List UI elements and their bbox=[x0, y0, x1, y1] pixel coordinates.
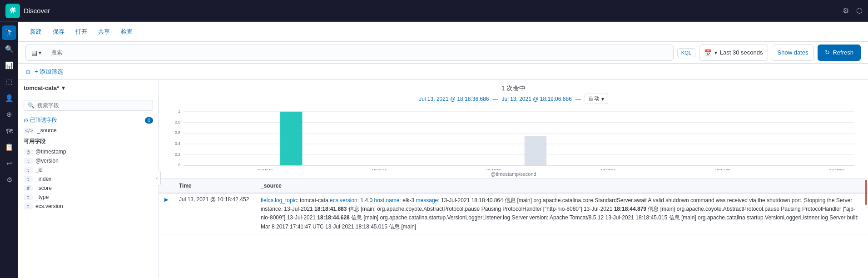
svg-text:18:18:55: 18:18:55 bbox=[600, 168, 616, 170]
svg-text:18:18:45: 18:18:45 bbox=[372, 168, 387, 170]
open-button[interactable]: 打开 bbox=[71, 26, 92, 38]
filter-icon[interactable]: ⊙ bbox=[25, 68, 31, 75]
inspect-button[interactable]: 检查 bbox=[116, 26, 137, 38]
results-table: Time _source ▶ Jul 13 bbox=[159, 179, 868, 234]
selected-fields-toggle[interactable]: ⊙ 已筛选字段 bbox=[24, 116, 57, 124]
nav-logs[interactable]: 📋 bbox=[2, 140, 16, 154]
svg-text:18:18:40: 18:18:40 bbox=[257, 168, 273, 170]
search-bar: ▤ ▾ KQL 📅 ▾ Last 30 seconds Show dates ↻… bbox=[18, 42, 868, 64]
toolbar: 新建 保存 打开 共享 检查 bbox=[18, 22, 868, 42]
nav-visualize[interactable]: 📊 bbox=[2, 58, 16, 73]
sidebar-header: tomcat-cata* ▾ bbox=[18, 80, 159, 96]
svg-text:0.8: 0.8 bbox=[175, 119, 180, 124]
app-logo: 弹 bbox=[5, 4, 20, 18]
show-dates-button[interactable]: Show dates bbox=[772, 45, 814, 61]
save-button[interactable]: 保存 bbox=[48, 26, 69, 38]
top-bar-icons: ⚙ ⬡ bbox=[843, 6, 863, 15]
refresh-button[interactable]: ↻ Refresh bbox=[818, 45, 861, 61]
histogram-chart: 1 0.8 0.6 0.4 0.2 0 bbox=[168, 107, 859, 170]
col-expand bbox=[159, 179, 174, 193]
nav-integrations[interactable]: ⊕ bbox=[2, 107, 16, 122]
search-container: ▤ ▾ bbox=[25, 45, 674, 61]
nav-maps[interactable]: 🗺 bbox=[2, 124, 16, 138]
search-divider bbox=[47, 48, 47, 57]
svg-text:0.6: 0.6 bbox=[175, 130, 180, 135]
share-icon[interactable]: ⬡ bbox=[856, 6, 863, 15]
content-area: 1 次命中 Jul 13, 2021 @ 18:18:36.686 — Jul … bbox=[159, 80, 868, 278]
row-expand-cell: ▶ bbox=[159, 193, 174, 234]
selected-fields-count: 0 bbox=[145, 117, 153, 124]
new-button[interactable]: 新建 bbox=[25, 26, 46, 38]
add-filter-button[interactable]: + 添加筛选 bbox=[35, 68, 63, 76]
svg-text:18:19:05: 18:19:05 bbox=[829, 168, 845, 170]
svg-text:1: 1 bbox=[178, 109, 180, 114]
index-selector[interactable]: ▤ ▾ bbox=[30, 48, 43, 57]
field-score[interactable]: # _score bbox=[18, 184, 159, 193]
svg-text:18:18:50: 18:18:50 bbox=[486, 168, 501, 170]
field-type[interactable]: t _type bbox=[18, 193, 159, 202]
field-index[interactable]: t _index bbox=[18, 174, 159, 184]
selected-fields-section: ⊙ 已筛选字段 0 bbox=[18, 114, 159, 126]
field-timestamp[interactable]: @ @timestamp bbox=[18, 147, 159, 156]
share-button[interactable]: 共享 bbox=[94, 26, 114, 38]
scroll-indicator bbox=[865, 180, 867, 205]
app-title: Discover bbox=[24, 7, 839, 15]
filter-row: ⊙ + 添加筛选 bbox=[18, 64, 868, 80]
top-bar: 弹 Discover ⚙ ⬡ bbox=[0, 0, 868, 22]
col-source-header[interactable]: _source bbox=[255, 179, 868, 193]
results-area: Time _source ▶ Jul 13 bbox=[159, 179, 868, 278]
sidebar: tomcat-cata* ▾ 🔍 ⊙ 已筛选字段 0 bbox=[18, 80, 159, 278]
nav-search[interactable]: 🔍 bbox=[2, 42, 16, 56]
chart-container: 1 次命中 Jul 13, 2021 @ 18:18:36.686 — Jul … bbox=[159, 80, 868, 179]
expand-row-button[interactable]: ▶ bbox=[164, 197, 168, 203]
selected-field-source[interactable]: </> _source bbox=[18, 126, 159, 135]
refresh-icon: ↻ bbox=[825, 49, 830, 56]
sidebar-collapse-button[interactable]: ‹ bbox=[154, 171, 161, 185]
field-search: 🔍 bbox=[24, 100, 153, 111]
time-picker[interactable]: 📅 ▾ Last 30 seconds bbox=[699, 45, 768, 61]
col-time-header[interactable]: Time bbox=[174, 179, 255, 193]
nav-user[interactable]: 👤 bbox=[2, 91, 16, 105]
histogram-bar-2 bbox=[525, 136, 546, 166]
nav-dashboard[interactable]: ⬚ bbox=[2, 74, 16, 89]
svg-text:0: 0 bbox=[178, 163, 180, 168]
row-source-cell: fields.log_topic: tomcat-cata ecs.versio… bbox=[255, 193, 868, 234]
svg-text:18:19:00: 18:19:00 bbox=[715, 168, 730, 170]
search-input[interactable] bbox=[51, 49, 670, 56]
svg-text:0.2: 0.2 bbox=[175, 152, 180, 157]
field-search-input[interactable] bbox=[37, 102, 149, 109]
auto-interval-select[interactable]: 自动 ▾ bbox=[585, 94, 608, 104]
histogram-svg: 1 0.8 0.6 0.4 0.2 0 bbox=[168, 107, 859, 170]
main-layout: tomcat-cata* ▾ 🔍 ⊙ 已筛选字段 0 bbox=[18, 80, 868, 278]
nav-back[interactable]: ↩ bbox=[2, 156, 16, 171]
svg-text:0.4: 0.4 bbox=[175, 141, 180, 146]
index-pattern-selector[interactable]: tomcat-cata* ▾ bbox=[24, 84, 65, 91]
left-nav: 🔭 🔍 📊 ⬚ 👤 ⊕ 🗺 📋 ↩ ⚙ bbox=[0, 22, 18, 278]
field-id[interactable]: t _id bbox=[18, 165, 159, 174]
chart-subtitle: Jul 13, 2021 @ 18:18:36.686 — Jul 13, 20… bbox=[168, 94, 859, 104]
settings-icon[interactable]: ⚙ bbox=[843, 6, 849, 15]
kql-button[interactable]: KQL bbox=[677, 48, 695, 57]
table-row: ▶ Jul 13, 2021 @ 10:18:42.452 fields.log… bbox=[159, 193, 868, 234]
field-search-icon: 🔍 bbox=[28, 102, 35, 109]
field-version[interactable]: t @version bbox=[18, 156, 159, 165]
field-ecs-version[interactable]: t ecs.version bbox=[18, 202, 159, 211]
nav-discover[interactable]: 🔭 bbox=[2, 25, 16, 40]
nav-settings[interactable]: ⚙ bbox=[2, 173, 16, 187]
row-time-cell: Jul 13, 2021 @ 10:18:42.452 bbox=[174, 193, 255, 234]
x-axis-label: @timestamp/second bbox=[168, 171, 859, 177]
histogram-bar-1 bbox=[280, 112, 302, 165]
chart-title: 1 次命中 bbox=[168, 84, 859, 93]
available-fields-label: 可用字段 bbox=[18, 135, 159, 147]
